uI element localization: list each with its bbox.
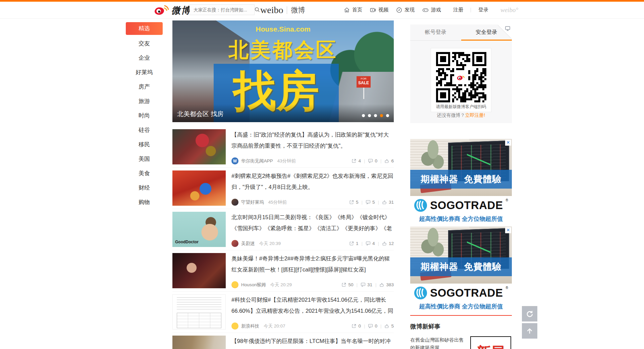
sidebar-item-business[interactable]: 企业 — [126, 51, 163, 65]
feed-meta: 美剧迷 今天 20:39 1 | 4 | 12 — [231, 240, 394, 247]
sidebar-item-finance[interactable]: 财经 — [126, 181, 163, 195]
fresh-news-image[interactable]: 新屋 — [470, 336, 511, 349]
nav-video[interactable]: 视频 — [370, 7, 388, 13]
register-button[interactable]: 注册 — [453, 7, 463, 13]
sidebar-item-siliconvalley[interactable]: 硅谷 — [126, 123, 163, 137]
sogotrade-brand: SOGOTRADE — [430, 287, 503, 299]
feed-thumb-cliff[interactable] — [172, 336, 226, 349]
document-table — [177, 313, 221, 328]
sidebar-item-food[interactable]: 美食 — [126, 166, 163, 181]
ad-close-button[interactable]: ✕ — [505, 227, 511, 233]
tab-account-login[interactable]: 帐号登录 — [410, 24, 461, 41]
feed-author[interactable]: 华尔街见闻APP — [241, 158, 273, 164]
feed-text[interactable]: #刺猬索尼克2终极预告#《刺猬索尼克2》也发布新海报，索尼克回归，"升级了"，4… — [231, 170, 394, 193]
search-input[interactable] — [190, 7, 254, 12]
feed-author[interactable]: 新浪科技 — [241, 323, 259, 329]
share-button[interactable]: 1 — [349, 241, 359, 246]
register-now-link[interactable]: 立即注册! — [465, 112, 485, 118]
feed-item-5[interactable]: #科技公司财报#【立讯精密2021年营收1541.06亿元，同比增长66.60%… — [172, 294, 394, 333]
sogotrade-icon — [414, 286, 427, 300]
like-button[interactable]: 383 — [379, 282, 394, 287]
hero-carousel[interactable]: House.Sina.com 北美都会区 找房 FOR SALE 北美都会区 找… — [172, 20, 394, 122]
like-button[interactable]: 6 — [384, 158, 394, 163]
sidebar-item-shopping[interactable]: 购物 — [126, 195, 163, 209]
ad-sogotrade-2[interactable]: 期權神器 免費體驗 ✕ SOGOTRADE ® 超高性價比券商 全方位物超所值 — [410, 227, 512, 311]
carousel-dot-2[interactable] — [368, 114, 371, 117]
fresh-news-item[interactable]: 在舊金山灣區和矽谷出售的新建築房屋 新屋 — [410, 336, 512, 349]
avatar[interactable] — [231, 281, 238, 288]
feed-thumb-sonic[interactable] — [172, 170, 226, 206]
sidebar-item-fashion[interactable]: 时尚 — [126, 108, 163, 123]
feed-item-3[interactable]: GoodDoctor 北京时间3月15日周二美剧导视：《良医》《终局》《镀金时代… — [172, 212, 394, 250]
carousel-dot-3[interactable] — [374, 114, 377, 117]
sidebar-item-hollywood[interactable]: 好莱坞 — [126, 65, 163, 80]
sidebar-item-friends[interactable]: 交友 — [126, 36, 163, 51]
weibo-logo[interactable]: 微博 — [154, 4, 191, 17]
carousel-dot-1[interactable] — [362, 114, 365, 117]
fresh-news-text[interactable]: 在舊金山灣區和矽谷出售的新建築房屋 — [410, 336, 468, 349]
feed-text[interactable]: 【高盛：旧"政治"经济的复仇】高盛认为，旧政策的新"复仇"对大宗商品前景的重要性… — [231, 129, 394, 151]
sidebar-item-featured[interactable]: 精选 — [126, 22, 163, 35]
stat-divider: | — [378, 200, 379, 205]
feed-author[interactable]: 美剧迷 — [241, 241, 255, 247]
feed-text[interactable]: 奥妹美爆！#奇异博士2##奇异博士2:疯狂多元宇宙#曝光黑化的猩红女巫新剧照一枚… — [231, 253, 394, 275]
switch-login-corner[interactable] — [498, 24, 512, 39]
feed-author[interactable]: Houson猴姆 — [241, 282, 266, 288]
ad-sogotrade-1[interactable]: 期權神器 免費體驗 ✕ SOGOTRADE ® 超高性價比券商 全方位物超所值 — [410, 139, 512, 223]
feed-thumb-gooddoctor[interactable]: GoodDoctor — [172, 212, 226, 247]
feed-text[interactable]: #科技公司财报#【立讯精密2021年营收1541.06亿元，同比增长66.60%… — [231, 294, 394, 316]
sidebar-item-usa[interactable]: 美国 — [126, 152, 163, 166]
comment-button[interactable]: 5 — [366, 200, 375, 205]
nav-home[interactable]: 首页 — [343, 7, 362, 13]
sidebar-item-immigration[interactable]: 移民 — [126, 137, 163, 152]
comment-button[interactable]: 31 — [361, 282, 372, 287]
avatar[interactable] — [231, 322, 238, 330]
search-box[interactable] — [190, 4, 255, 15]
feed-thumb-ironman[interactable] — [172, 129, 226, 164]
refresh-button[interactable] — [522, 306, 537, 321]
gamepad-icon — [422, 7, 429, 13]
feed-item-1[interactable]: 【高盛：旧"政治"经济的复仇】高盛认为，旧政策的新"复仇"对大宗商品前景的重要性… — [172, 129, 394, 168]
feed-item-6[interactable]: 【98年俄债违约下的巨星陨落：LTCM往事】当年名噪一时的对冲基金LTCM跌 — [172, 336, 394, 349]
feed-thumb-scarletwitch[interactable] — [172, 253, 226, 288]
avatar[interactable]: W — [231, 157, 238, 164]
share-icon — [352, 323, 357, 329]
like-count: 12 — [389, 241, 394, 246]
feed-text[interactable]: 【98年俄债违约下的巨星陨落：LTCM往事】当年名噪一时的对冲基金LTCM跌 — [231, 336, 394, 349]
sidebar-item-realestate[interactable]: 房产 — [126, 80, 163, 94]
login-button[interactable]: 登录 — [478, 7, 488, 13]
feed-time: 今天 20:39 — [259, 241, 281, 247]
comment-button[interactable]: 0 — [368, 158, 377, 163]
back-to-top-button[interactable] — [522, 323, 537, 339]
share-button[interactable]: 50 — [341, 282, 353, 287]
like-button[interactable]: 5 — [384, 323, 394, 329]
red-section-divider — [410, 315, 512, 316]
share-button[interactable]: 5 — [349, 200, 359, 205]
feed-text[interactable]: 北京时间3月15日周二美剧导视：《良医》《终局》《镀金时代》《雪国列车》《紧急呼… — [231, 212, 394, 234]
avatar[interactable] — [231, 199, 238, 206]
share-button[interactable]: 0 — [352, 323, 361, 329]
nav-discover[interactable]: 发现 — [396, 7, 415, 13]
nav-games[interactable]: 游戏 — [422, 7, 441, 13]
feed-thumb-report[interactable] — [172, 294, 226, 330]
comment-button[interactable]: 4 — [366, 241, 375, 246]
comment-button[interactable]: 0 — [368, 323, 377, 329]
nav-games-label: 游戏 — [431, 7, 441, 13]
qr-box: 请用最新版微博客户端扫码 — [431, 48, 491, 112]
ad-close-button[interactable]: ✕ — [505, 140, 511, 146]
feed-item-4[interactable]: 奥妹美爆！#奇异博士2##奇异博士2:疯狂多元宇宙#曝光黑化的猩红女巫新剧照一枚… — [172, 253, 394, 292]
sidebar-item-travel[interactable]: 旅游 — [126, 94, 163, 108]
magnifier-icon[interactable] — [254, 7, 260, 13]
sogotrade-logo-row: SOGOTRADE ® — [410, 196, 512, 215]
like-button[interactable]: 31 — [382, 200, 394, 205]
carousel-dot-5[interactable] — [386, 114, 389, 117]
feed-item-2[interactable]: #刺猬索尼克2终极预告#《刺猬索尼克2》也发布新海报，索尼克回归，"升级了"，4… — [172, 170, 394, 209]
feed-list: 【高盛：旧"政治"经济的复仇】高盛认为，旧政策的新"复仇"对大宗商品前景的重要性… — [172, 129, 394, 349]
avatar[interactable] — [231, 240, 238, 247]
carousel-headline: 北美都会区 — [172, 37, 394, 64]
feed-author[interactable]: 守望好莱坞 — [241, 199, 264, 205]
share-button[interactable]: 4 — [352, 158, 361, 163]
carousel-dot-4-active[interactable] — [380, 114, 383, 117]
share-count: 5 — [356, 200, 359, 205]
like-button[interactable]: 12 — [382, 241, 394, 246]
